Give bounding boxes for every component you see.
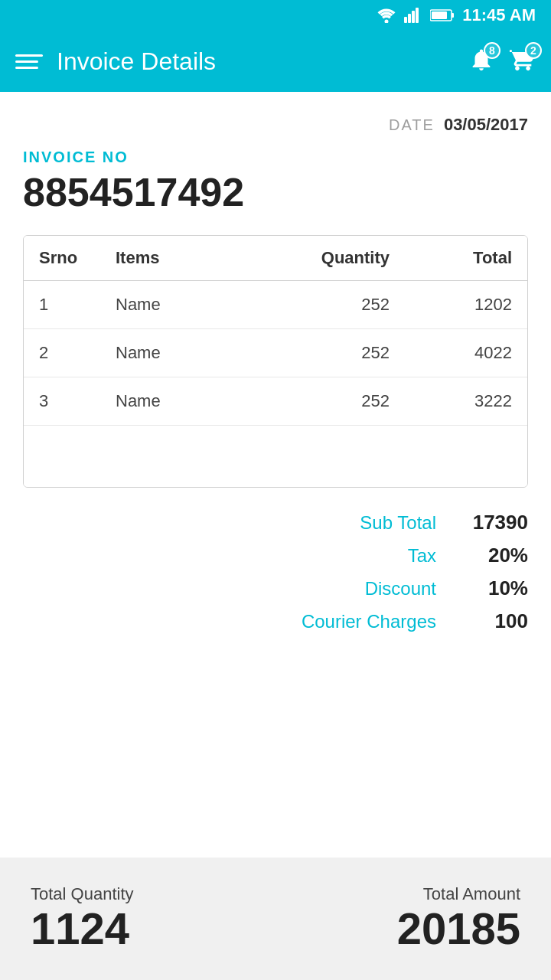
svg-rect-4 [416, 8, 419, 23]
cart-badge: 2 [525, 42, 542, 59]
cell-item-1: Name [116, 295, 267, 315]
table-row: 3 Name 252 3222 [24, 377, 527, 426]
cell-srno-2: 2 [39, 343, 116, 363]
total-amount-label: Total Amount [423, 884, 520, 904]
cell-total-3: 3222 [390, 391, 512, 411]
tax-value: 20% [467, 544, 528, 567]
invoice-no-label: INVOICE NO [23, 149, 528, 166]
subtotal-value: 17390 [467, 511, 528, 534]
summary-section: Sub Total 17390 Tax 20% Discount 10% Cou… [0, 511, 551, 633]
svg-rect-1 [404, 17, 407, 23]
cell-qty-2: 252 [267, 343, 390, 363]
cell-srno-1: 1 [39, 295, 116, 315]
col-items: Items [116, 248, 267, 268]
items-table: Srno Items Quantity Total 1 Name 252 120… [23, 235, 528, 488]
tax-row: Tax 20% [253, 544, 528, 567]
status-bar: 11:45 AM [0, 0, 551, 31]
header-left: Invoice Details [15, 47, 216, 76]
courier-row: Courier Charges 100 [253, 609, 528, 633]
discount-label: Discount [253, 578, 436, 599]
footer-amount-section: Total Amount 20185 [397, 884, 520, 953]
svg-rect-3 [412, 11, 415, 23]
cell-total-2: 4022 [390, 343, 512, 363]
invoice-number-section: INVOICE NO 8854517492 [23, 149, 528, 215]
wifi-icon [377, 8, 396, 23]
subtotal-label: Sub Total [253, 512, 436, 534]
app-header: Invoice Details 8 2 [0, 31, 551, 92]
battery-icon [430, 8, 455, 22]
col-total: Total [390, 248, 512, 268]
cell-item-2: Name [116, 343, 267, 363]
invoice-no-value: 8854517492 [23, 169, 528, 215]
courier-value: 100 [467, 609, 528, 633]
footer-quantity-section: Total Quantity 1124 [31, 884, 134, 953]
svg-rect-2 [408, 14, 411, 23]
notification-button[interactable]: 8 [468, 47, 494, 76]
table-header: Srno Items Quantity Total [24, 236, 527, 281]
signal-icon [404, 8, 422, 23]
page-title: Invoice Details [57, 47, 216, 76]
date-value: 03/05/2017 [444, 115, 528, 135]
svg-point-0 [385, 20, 389, 24]
discount-value: 10% [467, 577, 528, 600]
table-row: 1 Name 252 1202 [24, 281, 527, 329]
main-content: DATE 03/05/2017 INVOICE NO 8854517492 Sr… [0, 92, 551, 488]
svg-rect-7 [432, 11, 447, 19]
status-icons: 11:45 AM [377, 5, 536, 25]
col-quantity: Quantity [267, 248, 390, 268]
menu-button[interactable] [15, 54, 43, 69]
total-amount-value: 20185 [397, 904, 520, 953]
table-row: 2 Name 252 4022 [24, 329, 527, 377]
cart-button[interactable]: 2 [510, 47, 536, 76]
cell-srno-3: 3 [39, 391, 116, 411]
total-quantity-value: 1124 [31, 904, 134, 953]
cell-total-1: 1202 [390, 295, 512, 315]
discount-row: Discount 10% [253, 577, 528, 600]
date-label: DATE [389, 116, 435, 134]
header-right: 8 2 [468, 47, 536, 76]
date-row: DATE 03/05/2017 [23, 115, 528, 135]
svg-rect-6 [452, 13, 454, 18]
cell-qty-1: 252 [267, 295, 390, 315]
notification-badge: 8 [484, 42, 500, 59]
table-empty-row [24, 426, 527, 487]
status-time: 11:45 AM [462, 5, 536, 25]
courier-label: Courier Charges [253, 611, 436, 632]
subtotal-row: Sub Total 17390 [253, 511, 528, 534]
col-srno: Srno [39, 248, 116, 268]
tax-label: Tax [253, 545, 436, 567]
total-quantity-label: Total Quantity [31, 884, 134, 904]
invoice-footer: Total Quantity 1124 Total Amount 20185 [0, 858, 551, 980]
cell-qty-3: 252 [267, 391, 390, 411]
cell-item-3: Name [116, 391, 267, 411]
